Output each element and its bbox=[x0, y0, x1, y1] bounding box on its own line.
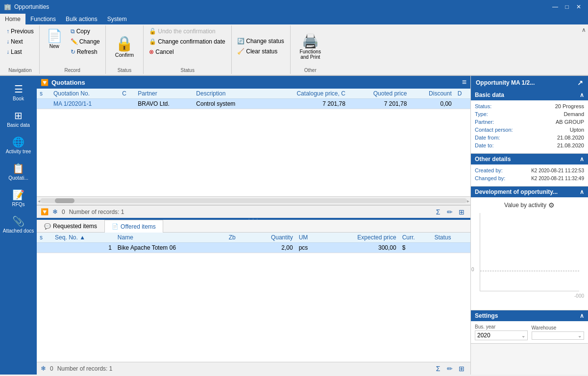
refresh-button[interactable]: ↻ Refresh bbox=[68, 47, 102, 57]
col-oi-um[interactable]: UM bbox=[296, 233, 322, 243]
chart-small-label-text: -000 bbox=[574, 293, 584, 299]
col-catalogue-price[interactable]: Catalogue price, C bbox=[264, 89, 348, 99]
scroll-right-btn[interactable]: ▸ bbox=[467, 198, 469, 204]
tab-offered-items[interactable]: 📄 Offered items bbox=[104, 220, 163, 233]
sidebar-item-rfqs[interactable]: 📝 RFQs bbox=[0, 186, 37, 211]
clear-status-button[interactable]: 🧹 Clear status bbox=[235, 47, 287, 56]
confirm-button[interactable]: 🔒 Confirm bbox=[111, 33, 139, 60]
sidebar-item-book[interactable]: ☰ Book bbox=[0, 80, 37, 105]
rp-date-from-value: 21.08.2020 bbox=[557, 135, 584, 141]
rp-basic-data-chevron[interactable]: ∧ bbox=[580, 92, 584, 98]
col-s[interactable]: s bbox=[37, 89, 50, 99]
gear-icon[interactable]: ⚙ bbox=[548, 201, 555, 209]
warehouse-input[interactable]: ⌄ bbox=[532, 331, 585, 340]
hscroll-thumb[interactable] bbox=[55, 198, 74, 203]
change-status-label: Change status bbox=[246, 38, 284, 45]
sum-icon[interactable]: Σ bbox=[433, 207, 443, 217]
change-button[interactable]: ✏️ Change bbox=[68, 37, 102, 47]
col-discount[interactable]: Discount bbox=[410, 89, 454, 99]
sidebar-item-activity-tree[interactable]: 🌐 Activity tree bbox=[0, 133, 37, 158]
col-oi-quantity[interactable]: Quantity bbox=[248, 233, 296, 243]
sidebar-item-quotati[interactable]: 📋 Quotati... bbox=[0, 159, 37, 185]
quotations-header-row: s Quotation No. C Partner Description Ca… bbox=[37, 89, 470, 99]
col-oi-status[interactable]: Status bbox=[431, 233, 470, 243]
rp-development-header[interactable]: Development of opportunity... ∧ bbox=[471, 187, 588, 197]
external-link-icon[interactable]: ↗ bbox=[577, 79, 583, 87]
lower-edit-icon[interactable]: ✏ bbox=[445, 364, 455, 374]
filter-active-icon[interactable]: 🔽 bbox=[41, 208, 49, 215]
table-row[interactable]: MA 1/2020/1-1 BRAVO Ltd. Control system … bbox=[37, 99, 470, 109]
last-button[interactable]: ↓ Last bbox=[4, 47, 36, 57]
cell-partner: BRAVO Ltd. bbox=[135, 99, 193, 109]
menu-bulk-actions[interactable]: Bulk actions bbox=[61, 14, 102, 24]
rp-basic-data-header[interactable]: Basic data ∧ bbox=[471, 90, 588, 100]
grid-icon[interactable]: ⊞ bbox=[457, 207, 466, 217]
col-quotation-no[interactable]: Quotation No. bbox=[50, 89, 119, 99]
lower-sum-icon[interactable]: Σ bbox=[433, 364, 443, 374]
cell-oi-seq: 1 bbox=[52, 243, 115, 253]
ribbon-group-status2: 🔄 Change status 🧹 Clear status bbox=[232, 25, 291, 74]
close-button[interactable]: ✕ bbox=[573, 2, 584, 11]
copy-button[interactable]: ⧉ Copy bbox=[68, 26, 102, 36]
menu-functions[interactable]: Functions bbox=[25, 14, 61, 24]
quotations-hscrollbar[interactable]: ◂ ▸ bbox=[37, 196, 470, 205]
bus-year-value: 2020 bbox=[477, 332, 490, 339]
rp-other-details-chevron[interactable]: ∧ bbox=[580, 156, 584, 163]
col-oi-name[interactable]: Name bbox=[115, 233, 226, 243]
rp-other-details-title: Other details bbox=[475, 156, 511, 163]
col-oi-expected-price[interactable]: Expected price bbox=[322, 233, 399, 243]
change-status-button[interactable]: 🔄 Change status bbox=[235, 36, 287, 46]
ribbon-collapse-btn[interactable]: ∧ bbox=[581, 25, 587, 34]
rp-development-chevron[interactable]: ∧ bbox=[580, 188, 584, 195]
basic-data-icon: ⊞ bbox=[14, 110, 23, 121]
previous-button[interactable]: ↑ Previous bbox=[4, 26, 36, 36]
sidebar-basic-data-label: Basic data bbox=[7, 122, 30, 128]
sidebar-item-attached-docs[interactable]: 📎 Attached docs bbox=[0, 212, 37, 237]
snowflake-icon[interactable]: ❄ bbox=[52, 208, 58, 215]
status-buttons: 🔓 Undo the confirmation 🔒 Change confirm… bbox=[147, 26, 228, 73]
lower-grid-icon[interactable]: ⊞ bbox=[457, 364, 466, 374]
menu-system[interactable]: System bbox=[102, 14, 132, 24]
col-quoted-price[interactable]: Quoted price bbox=[348, 89, 410, 99]
rp-date-to-value: 21.08.2020 bbox=[557, 142, 584, 148]
rp-settings-header[interactable]: Settings ∧ bbox=[471, 310, 588, 321]
hscroll-track[interactable] bbox=[40, 198, 467, 203]
menu-home[interactable]: Home bbox=[0, 14, 25, 24]
menu-dots-icon[interactable]: ≡ bbox=[462, 78, 466, 87]
rp-contact-value: Upton bbox=[570, 127, 584, 133]
cancel-button[interactable]: ⊗ Cancel bbox=[147, 47, 228, 57]
rp-basic-data-content: Status: 20 Progress Type: Demand Partner… bbox=[471, 100, 588, 153]
maximize-button[interactable]: □ bbox=[562, 2, 572, 11]
rp-settings-chevron[interactable]: ∧ bbox=[580, 312, 584, 319]
col-description[interactable]: Description bbox=[193, 89, 263, 99]
next-button[interactable]: ↓ Next bbox=[4, 37, 36, 47]
col-oi-zb[interactable]: Zb bbox=[226, 233, 248, 243]
record-group-label: Record bbox=[40, 68, 105, 73]
lower-records-label: Number of records: 1 bbox=[57, 365, 113, 372]
sidebar-attached-docs-label: Attached docs bbox=[3, 228, 34, 234]
edit-icon[interactable]: ✏ bbox=[445, 207, 455, 217]
bus-year-input[interactable]: 2020 ⌄ bbox=[475, 330, 528, 340]
quotations-header: 🔽 Quotations ≡ bbox=[37, 76, 470, 89]
rp-other-details-header[interactable]: Other details ∧ bbox=[471, 154, 588, 164]
col-d[interactable]: D bbox=[455, 89, 470, 99]
table-row[interactable]: 1 Bike Apache Totem 06 2,00 pcs 300,00 $ bbox=[37, 243, 470, 253]
col-oi-s[interactable]: s bbox=[37, 233, 52, 243]
col-partner[interactable]: Partner bbox=[135, 89, 193, 99]
tab-requested-items[interactable]: 💬 Requested items bbox=[37, 220, 104, 232]
sidebar-item-basic-data[interactable]: ⊞ Basic data bbox=[0, 106, 37, 132]
functions-print-button[interactable]: 🖨️ Functions and Print bbox=[294, 31, 327, 62]
col-c[interactable]: C bbox=[119, 89, 135, 99]
rp-row-created: Created by: K2 2020-08-21 11:22:53 bbox=[475, 167, 584, 173]
col-oi-seq[interactable]: Seq. No. ▲ bbox=[52, 233, 115, 243]
ribbon-group-navigation: ↑ Previous ↓ Next ↓ Last Navigation bbox=[1, 25, 40, 74]
cell-catalogue-price: 7 201,78 bbox=[264, 99, 348, 109]
lower-filter-icon[interactable]: ❄ bbox=[41, 365, 46, 372]
undo-confirmation-button[interactable]: 🔓 Undo the confirmation bbox=[147, 26, 228, 36]
col-oi-curr[interactable]: Curr. bbox=[399, 233, 432, 243]
new-button[interactable]: 📄 New bbox=[43, 26, 66, 51]
minimize-button[interactable]: — bbox=[550, 2, 561, 11]
lower-tabs: 💬 Requested items 📄 Offered items bbox=[37, 220, 470, 233]
change-confirmation-date-button[interactable]: 🔒 Change confirmation date bbox=[147, 37, 228, 47]
sidebar-rfqs-label: RFQs bbox=[12, 202, 24, 208]
